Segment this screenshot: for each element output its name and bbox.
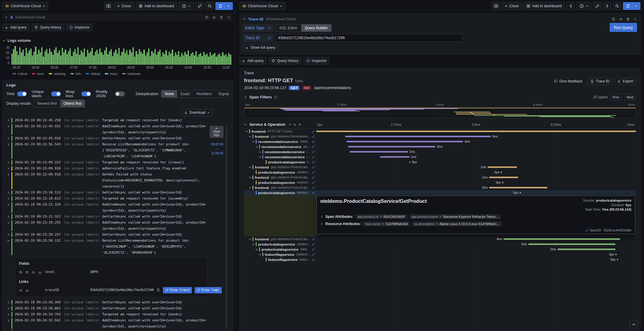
- permalink-button[interactable]: [195, 2, 204, 10]
- span-link-icon[interactable]: [312, 186, 315, 189]
- span-name-cell[interactable]: productcatalogserviceoteldemo.Produc: [244, 180, 316, 185]
- span-name-cell[interactable]: frontendgrpc.oteldemo.ProductCatalogServ…: [244, 237, 316, 242]
- span-name-cell[interactable]: productcatalogserviceoteldemo.Fea: [244, 247, 316, 252]
- span-collapse-chevron[interactable]: [249, 186, 252, 189]
- span-duration-bar[interactable]: [380, 156, 409, 158]
- legend-item-warning[interactable]: warning: [49, 72, 66, 76]
- span-name-cell[interactable]: frontendgrpc.oteldemo.RecommendationServ…: [244, 134, 316, 139]
- log-expand-chevron[interactable]: [7, 172, 11, 178]
- log-scrollbar[interactable]: [225, 125, 228, 329]
- legend-item-debug[interactable]: debug: [86, 72, 100, 76]
- log-row[interactable]: 2024-02-19 09:24:32.944(no unique labels…: [6, 329, 229, 331]
- span-timeline-cell[interactable]: 1ms: [316, 165, 636, 170]
- span-duration-bar[interactable]: [502, 182, 503, 183]
- attribute-chip[interactable]: app.product.id=66VCHSJNUP: [355, 214, 407, 219]
- span-collapse-chevron[interactable]: [249, 176, 252, 179]
- span-duration-bar[interactable]: [347, 141, 463, 142]
- field-stats-icon[interactable]: [25, 287, 29, 293]
- span-name-cell[interactable]: recommendationservice/otelde: [244, 154, 316, 159]
- filter-for-value-icon[interactable]: [19, 269, 23, 275]
- toggle-field-visibility-icon[interactable]: [19, 287, 23, 293]
- span-name-cell[interactable]: productcatalogserviceoteldemo.Produc: [244, 242, 316, 247]
- span-row[interactable]: frontendgrpc.oteldemo.ProductCatalogServ…: [244, 165, 636, 170]
- legend-item-trace[interactable]: trace: [105, 72, 117, 76]
- span-link-icon[interactable]: [312, 156, 315, 159]
- span-timeline-cell[interactable]: 2ms: [316, 149, 636, 154]
- span-duration-bar[interactable]: [489, 177, 518, 178]
- span-row[interactable]: productcatalogserviceoteldemo.Produc3ms: [244, 242, 636, 247]
- log-row[interactable]: 2024-02-19 09:23:39.257(no unique labels…: [6, 232, 229, 238]
- editor-mode-query-builder[interactable]: Query Builder: [301, 24, 331, 32]
- span-row[interactable]: frontendgrpc.oteldemo.RecommendationServ…: [244, 134, 636, 139]
- span-name-cell[interactable]: frontendgrpc.oteldemo.ProductCatalogServ…: [244, 185, 316, 190]
- toggle-switch-time[interactable]: [17, 91, 27, 96]
- span-name-cell[interactable]: productcatalogserviceoteldemo.Produc: [244, 170, 316, 175]
- log-row[interactable]: 2024-02-19 09:24:19.703(no unique labels…: [6, 311, 229, 317]
- span-link-icon[interactable]: [312, 140, 315, 143]
- add-to-dashboard-button[interactable]: Add to dashboard: [524, 2, 565, 10]
- log-row[interactable]: 2024-02-19 09:23:56.132(no unique labels…: [6, 238, 229, 256]
- span-row[interactable]: productcatalogserviceoteldemo.Produc0μs: [244, 190, 636, 195]
- span-link-icon[interactable]: [312, 166, 315, 169]
- span-link-icon[interactable]: [312, 130, 315, 133]
- query-collapse-chevron[interactable]: [5, 16, 8, 19]
- legend-item-unknown[interactable]: unknown: [122, 72, 141, 76]
- span-duration-bar[interactable]: [409, 161, 411, 163]
- trace-minimap[interactable]: 0μs2.75ms5.5ms8.25ms11ms: [244, 103, 636, 118]
- log-expand-chevron[interactable]: [7, 166, 11, 172]
- collapse-header-chevron[interactable]: [244, 123, 247, 126]
- span-row[interactable]: productcatalogserviceoteldemo.Produc0μs: [244, 170, 636, 175]
- toggle-switch-unique-labels[interactable]: [51, 91, 61, 96]
- span-duration-bar[interactable]: [316, 131, 636, 132]
- pane-resize-handle[interactable]: [235, 0, 237, 331]
- attribute-chip[interactable]: host.name=51d7989a616d: [363, 221, 410, 226]
- query-history-button[interactable]: Query history: [269, 57, 301, 64]
- hide-query-icon[interactable]: [619, 17, 623, 21]
- log-row[interactable]: 2024-02-19 09:23:58.394(no unique labels…: [6, 299, 229, 305]
- dedup-option-none[interactable]: None: [161, 90, 177, 97]
- span-timeline-cell[interactable]: 5ms: [316, 134, 636, 139]
- log-row[interactable]: 2024-02-19 09:23:09.918(no unique labels…: [6, 166, 229, 172]
- span-link-icon[interactable]: [312, 181, 315, 184]
- run-query-refresh-button[interactable]: [623, 2, 640, 10]
- right-datasource-picker[interactable]: ClickHouse Cloud: [239, 2, 285, 10]
- span-name-cell[interactable]: recommendationservice/oteldemo.Rec: [244, 139, 316, 144]
- log-expand-chevron[interactable]: [7, 311, 11, 317]
- span-collapse-chevron[interactable]: [249, 238, 252, 241]
- collapse-all-icon[interactable]: [298, 122, 301, 127]
- minimap-band[interactable]: [244, 107, 636, 118]
- time-picker-button[interactable]: [179, 2, 194, 10]
- query-editor-header[interactable]: Trace ID (ClickHouse Cloud): [243, 16, 637, 22]
- time-shift-forward-button[interactable]: [603, 2, 611, 10]
- span-link-icon[interactable]: [312, 238, 315, 241]
- span-row[interactable]: recommendationserviceget_produc3ms: [244, 144, 636, 149]
- close-split-button[interactable]: ×Close: [114, 2, 134, 10]
- log-expand-chevron[interactable]: [7, 141, 11, 147]
- span-collapse-chevron[interactable]: [249, 166, 252, 169]
- span-link-icon[interactable]: [312, 145, 315, 148]
- span-row[interactable]: frontendgrpc.oteldemo.ProductCatalogServ…: [244, 237, 636, 242]
- toggle-switch-prettify-json[interactable]: [115, 91, 125, 96]
- expand-all-icon[interactable]: [293, 122, 296, 127]
- span-link-icon[interactable]: [312, 135, 315, 138]
- run-query-button[interactable]: Run Query: [610, 23, 637, 32]
- copy-icon[interactable]: [157, 287, 160, 293]
- span-name-cell[interactable]: recommendationserviceget_produc: [244, 144, 316, 149]
- span-duration-bar[interactable]: [520, 192, 521, 193]
- span-attributes-row[interactable]: Span Attributes: app.product.id=66VCHSJN…: [320, 214, 631, 219]
- log-row[interactable]: 2024-02-19 09:23:39.255(no unique labels…: [6, 220, 229, 232]
- span-timeline-cell[interactable]: 4ms: [316, 237, 636, 242]
- legend-item-error[interactable]: error: [32, 72, 44, 76]
- query-history-button[interactable]: Query history: [32, 24, 64, 31]
- log-row[interactable]: 2024-02-19 09:23:21.320(no unique labels…: [6, 202, 229, 214]
- log-row[interactable]: 2024-02-19 09:24:32.942(no unique labels…: [6, 317, 229, 329]
- span-timeline-cell[interactable]: 0μs: [316, 180, 636, 185]
- span-duration-bar[interactable]: [489, 187, 547, 188]
- log-expand-chevron[interactable]: [7, 135, 11, 141]
- collapse-one-icon[interactable]: [289, 122, 292, 127]
- close-split-button[interactable]: ×Close: [502, 2, 522, 10]
- span-timeline-cell[interactable]: 0μs: [316, 257, 636, 262]
- query-row-a[interactable]: A (ClickHouse Cloud): [2, 13, 233, 21]
- span-timeline-cell[interactable]: 3ms: [316, 144, 636, 149]
- logs-volume-header[interactable]: Logs volume: [2, 38, 233, 44]
